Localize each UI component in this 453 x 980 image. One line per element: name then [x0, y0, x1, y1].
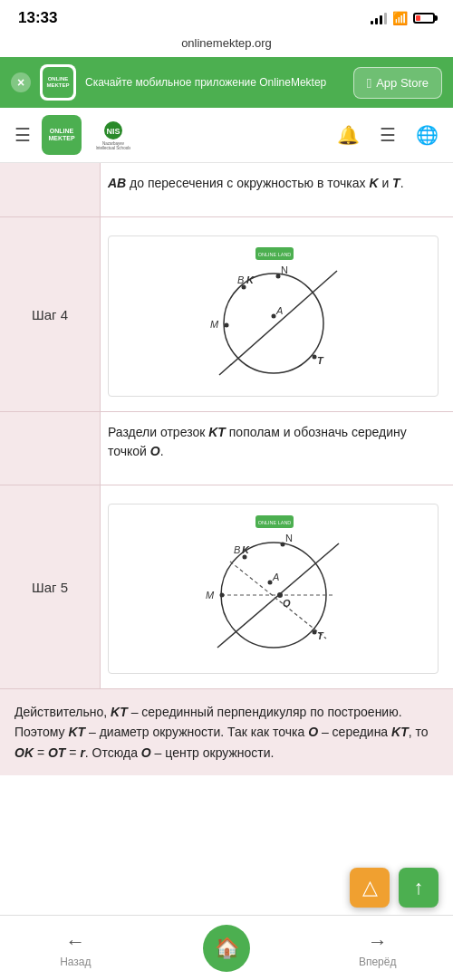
url-text: onlinemektep.org [181, 36, 272, 50]
nav-center-icon: 🏠 [215, 937, 239, 960]
svg-text:NIS: NIS [106, 127, 120, 136]
step-label-4: Шаг 4 [0, 217, 100, 411]
next-arrow-icon: → [368, 930, 388, 954]
signal-icon [371, 12, 387, 24]
step-label-empty2 [0, 412, 100, 485]
o-text: O [150, 444, 160, 458]
svg-point-13 [312, 355, 316, 360]
status-icons: 📶 [371, 11, 435, 25]
app-banner: × ONLINEMEKTEP Скачайте мобильное прилож… [0, 57, 453, 108]
list-icon[interactable]: ☰ [380, 124, 396, 146]
scroll-up-icon: ↑ [414, 876, 424, 899]
step-content-4: ONLINE LAND K N B T [100, 217, 453, 411]
diagram-step5: ONLINE LAND K B N [108, 504, 439, 674]
bottom-explanation: Действительно, KT – серединный перпендик… [0, 689, 453, 775]
svg-point-32 [219, 593, 224, 598]
k-t-text: K [369, 176, 378, 190]
step-text-ab: AB до пересечения с окружностью в точках… [108, 174, 439, 193]
svg-text:K: K [246, 274, 255, 285]
svg-text:A: A [275, 305, 283, 316]
svg-point-25 [242, 555, 246, 560]
step-row-4: Шаг 4 ONLINE LAND K [0, 217, 453, 412]
nav-logo: ONLINEMEKTEP [42, 115, 82, 155]
svg-text:B: B [237, 274, 244, 285]
warning-icon: △ [362, 876, 378, 899]
step-text-5: Раздели отрезок KT пополам и обозначь се… [108, 423, 439, 461]
svg-text:ONLINE LAND: ONLINE LAND [257, 520, 291, 525]
circle-diagram-4: ONLINE LAND K N B T [192, 244, 355, 389]
nav-back-button[interactable]: ← Назад [0, 916, 151, 980]
kt-text: KT [208, 425, 226, 439]
nav-logo-text: ONLINEMEKTEP [48, 128, 74, 143]
bell-icon[interactable]: 🔔 [337, 124, 360, 146]
step-row-5: Шаг 5 ONLINE LAND K [0, 485, 453, 689]
svg-text:B: B [234, 544, 240, 555]
banner-logo-text: ONLINEMEKTEP [46, 76, 69, 88]
svg-text:M: M [206, 590, 215, 600]
appstore-label: App Store [376, 76, 429, 90]
svg-text:A: A [272, 572, 279, 582]
diagram-step4: ONLINE LAND K N B T [108, 235, 439, 397]
step-row-5-text: Раздели отрезок KT пополам и обозначь се… [0, 412, 453, 485]
warning-button[interactable]: △ [350, 868, 390, 908]
nav-center: 🏠 [151, 925, 303, 972]
banner-desc-text: Скачайте мобильное приложение OnlineMekt… [85, 76, 326, 89]
circle-diagram-5: ONLINE LAND K B N [192, 512, 355, 666]
main-content: AB до пересечения с окружностью в точках… [0, 163, 453, 775]
nav-bar: ☰ ONLINEMEKTEP NIS Nazarbayev Intellectu… [0, 108, 453, 163]
step-row-partial: AB до пересечения с окружностью в точках… [0, 163, 453, 217]
svg-point-28 [280, 543, 284, 547]
svg-text:N: N [285, 533, 293, 543]
svg-point-17 [271, 314, 275, 319]
globe-icon[interactable]: 🌐 [416, 124, 439, 146]
bottom-text-content: Действительно, KT – серединный перпендик… [14, 705, 429, 760]
ab-text: AB [108, 176, 126, 190]
scroll-up-button[interactable]: ↑ [399, 868, 439, 908]
svg-text:T: T [317, 355, 324, 366]
svg-text:T: T [317, 630, 324, 641]
status-bar: 13:33 📶 [0, 0, 453, 33]
svg-text:M: M [210, 319, 219, 330]
svg-point-10 [275, 274, 280, 279]
battery-icon [413, 13, 435, 24]
svg-text:Intellectual Schools: Intellectual Schools [96, 146, 130, 150]
nav-back-label: Назад [60, 956, 91, 968]
svg-point-30 [312, 630, 316, 635]
banner-close-button[interactable]: × [11, 72, 31, 92]
step-content-ab: AB до пересечения с окружностью в точках… [100, 163, 453, 216]
menu-icon[interactable]: ☰ [14, 124, 31, 146]
nav-next-button[interactable]: → Вперёд [302, 916, 453, 980]
nav-center-button[interactable]: 🏠 [203, 925, 250, 972]
back-arrow-icon: ← [65, 930, 85, 954]
svg-point-8 [241, 285, 246, 290]
svg-point-34 [267, 581, 272, 585]
step-label-5: Шаг 5 [0, 485, 100, 688]
step-label-empty [0, 163, 100, 216]
svg-text:N: N [281, 264, 288, 275]
svg-point-15 [224, 323, 228, 328]
nav-next-label: Вперёд [359, 956, 397, 968]
url-bar: onlinemektep.org [0, 33, 453, 57]
step-content-5-desc: Раздели отрезок KT пополам и обозначь се… [100, 412, 453, 485]
svg-text:K: K [242, 544, 250, 555]
banner-description: Скачайте мобильное приложение OnlineMekt… [85, 75, 344, 91]
status-time: 13:33 [18, 9, 57, 27]
apple-icon:  [367, 75, 371, 91]
svg-text:O: O [283, 598, 291, 609]
svg-text:ONLINE LAND: ONLINE LAND [257, 252, 291, 257]
step-content-5: ONLINE LAND K B N [100, 485, 453, 688]
appstore-button[interactable]:  App Store [353, 67, 442, 99]
banner-logo: ONLINEMEKTEP [40, 64, 76, 101]
nis-logo: NIS Nazarbayev Intellectual Schools [96, 118, 130, 152]
bottom-nav: ← Назад 🏠 → Вперёд [0, 915, 453, 980]
wifi-icon: 📶 [392, 11, 408, 25]
